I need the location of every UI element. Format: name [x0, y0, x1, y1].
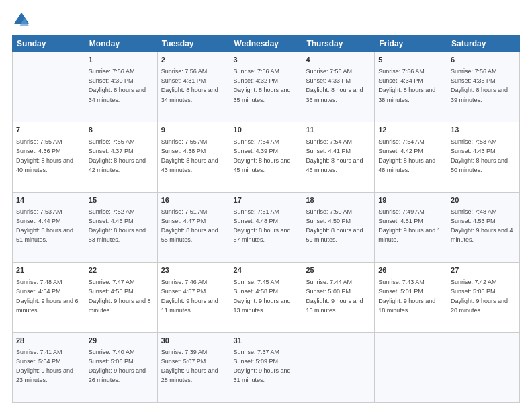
day-info: Sunrise: 7:44 AMSunset: 5:00 PMDaylight:… [306, 279, 363, 314]
day-cell [302, 332, 375, 402]
day-cell: 24Sunrise: 7:45 AMSunset: 4:58 PMDayligh… [230, 263, 302, 332]
day-number: 6 [451, 55, 516, 65]
week-row-3: 14Sunrise: 7:53 AMSunset: 4:44 PMDayligh… [13, 192, 520, 262]
day-cell: 19Sunrise: 7:49 AMSunset: 4:51 PMDayligh… [375, 192, 447, 262]
day-number: 22 [89, 265, 154, 275]
day-number: 7 [16, 125, 81, 135]
day-info: Sunrise: 7:56 AMSunset: 4:31 PMDaylight:… [161, 68, 218, 103]
day-cell: 29Sunrise: 7:40 AMSunset: 5:06 PMDayligh… [85, 332, 157, 402]
day-number: 24 [234, 265, 299, 275]
day-info: Sunrise: 7:56 AMSunset: 4:34 PMDaylight:… [378, 68, 435, 103]
day-cell: 2Sunrise: 7:56 AMSunset: 4:31 PMDaylight… [157, 52, 230, 122]
day-info: Sunrise: 7:37 AMSunset: 5:09 PMDaylight:… [234, 349, 291, 383]
day-info: Sunrise: 7:39 AMSunset: 5:07 PMDaylight:… [161, 349, 218, 383]
day-cell: 5Sunrise: 7:56 AMSunset: 4:34 PMDaylight… [375, 52, 447, 122]
day-info: Sunrise: 7:41 AMSunset: 5:04 PMDaylight:… [16, 349, 73, 383]
day-info: Sunrise: 7:45 AMSunset: 4:58 PMDaylight:… [234, 279, 291, 314]
day-cell: 30Sunrise: 7:39 AMSunset: 5:07 PMDayligh… [157, 332, 230, 402]
col-header-thursday: Thursday [302, 36, 375, 52]
day-number: 17 [234, 195, 299, 205]
day-info: Sunrise: 7:55 AMSunset: 4:36 PMDaylight:… [16, 138, 73, 173]
day-cell: 22Sunrise: 7:47 AMSunset: 4:55 PMDayligh… [85, 263, 157, 332]
day-cell: 31Sunrise: 7:37 AMSunset: 5:09 PMDayligh… [230, 332, 302, 402]
day-info: Sunrise: 7:48 AMSunset: 4:54 PMDaylight:… [16, 279, 79, 314]
day-cell [447, 332, 520, 402]
header-row: SundayMondayTuesdayWednesdayThursdayFrid… [13, 36, 520, 52]
week-row-2: 7Sunrise: 7:55 AMSunset: 4:36 PMDaylight… [13, 122, 520, 192]
day-number: 21 [16, 265, 81, 275]
day-number: 13 [451, 125, 516, 135]
day-number: 31 [234, 336, 299, 346]
day-number: 29 [89, 336, 154, 346]
header [12, 11, 520, 30]
day-info: Sunrise: 7:52 AMSunset: 4:46 PMDaylight:… [89, 208, 146, 243]
col-header-tuesday: Tuesday [157, 36, 230, 52]
day-number: 5 [378, 55, 443, 65]
day-cell: 11Sunrise: 7:54 AMSunset: 4:41 PMDayligh… [302, 122, 375, 192]
day-cell [13, 52, 85, 122]
day-info: Sunrise: 7:48 AMSunset: 4:53 PMDaylight:… [451, 208, 513, 243]
day-cell: 17Sunrise: 7:51 AMSunset: 4:48 PMDayligh… [230, 192, 302, 262]
day-cell: 21Sunrise: 7:48 AMSunset: 4:54 PMDayligh… [13, 263, 85, 332]
week-row-5: 28Sunrise: 7:41 AMSunset: 5:04 PMDayligh… [13, 332, 520, 402]
day-info: Sunrise: 7:55 AMSunset: 4:38 PMDaylight:… [161, 138, 218, 173]
day-info: Sunrise: 7:40 AMSunset: 5:06 PMDaylight:… [89, 349, 146, 383]
day-number: 20 [451, 195, 516, 205]
page: SundayMondayTuesdayWednesdayThursdayFrid… [0, 0, 532, 411]
day-number: 25 [306, 265, 371, 275]
day-cell: 6Sunrise: 7:56 AMSunset: 4:35 PMDaylight… [447, 52, 520, 122]
day-number: 9 [161, 125, 226, 135]
week-row-1: 1Sunrise: 7:56 AMSunset: 4:30 PMDaylight… [13, 52, 520, 122]
day-cell: 25Sunrise: 7:44 AMSunset: 5:00 PMDayligh… [302, 263, 375, 332]
day-number: 18 [306, 195, 371, 205]
col-header-monday: Monday [85, 36, 157, 52]
col-header-friday: Friday [375, 36, 447, 52]
day-info: Sunrise: 7:56 AMSunset: 4:35 PMDaylight:… [451, 68, 508, 103]
day-cell: 23Sunrise: 7:46 AMSunset: 4:57 PMDayligh… [157, 263, 230, 332]
col-header-wednesday: Wednesday [230, 36, 302, 52]
day-cell: 3Sunrise: 7:56 AMSunset: 4:32 PMDaylight… [230, 52, 302, 122]
day-cell: 18Sunrise: 7:50 AMSunset: 4:50 PMDayligh… [302, 192, 375, 262]
logo-icon [12, 11, 31, 30]
day-number: 30 [161, 336, 226, 346]
day-cell: 9Sunrise: 7:55 AMSunset: 4:38 PMDaylight… [157, 122, 230, 192]
day-info: Sunrise: 7:43 AMSunset: 5:01 PMDaylight:… [378, 279, 435, 314]
day-info: Sunrise: 7:46 AMSunset: 4:57 PMDaylight:… [161, 279, 218, 314]
day-number: 16 [161, 195, 226, 205]
day-info: Sunrise: 7:56 AMSunset: 4:32 PMDaylight:… [234, 68, 291, 103]
day-cell: 12Sunrise: 7:54 AMSunset: 4:42 PMDayligh… [375, 122, 447, 192]
day-number: 19 [378, 195, 443, 205]
day-number: 1 [89, 55, 154, 65]
day-number: 8 [89, 125, 154, 135]
day-info: Sunrise: 7:42 AMSunset: 5:03 PMDaylight:… [451, 279, 508, 314]
day-number: 26 [378, 265, 443, 275]
day-number: 4 [306, 55, 371, 65]
day-cell: 16Sunrise: 7:51 AMSunset: 4:47 PMDayligh… [157, 192, 230, 262]
day-info: Sunrise: 7:53 AMSunset: 4:44 PMDaylight:… [16, 208, 73, 243]
day-cell: 15Sunrise: 7:52 AMSunset: 4:46 PMDayligh… [85, 192, 157, 262]
day-number: 15 [89, 195, 154, 205]
day-number: 3 [234, 55, 299, 65]
day-info: Sunrise: 7:47 AMSunset: 4:55 PMDaylight:… [89, 279, 151, 314]
day-cell: 13Sunrise: 7:53 AMSunset: 4:43 PMDayligh… [447, 122, 520, 192]
day-number: 27 [451, 265, 516, 275]
day-cell: 27Sunrise: 7:42 AMSunset: 5:03 PMDayligh… [447, 263, 520, 332]
day-info: Sunrise: 7:54 AMSunset: 4:41 PMDaylight:… [306, 138, 363, 173]
day-number: 10 [234, 125, 299, 135]
day-info: Sunrise: 7:55 AMSunset: 4:37 PMDaylight:… [89, 138, 146, 173]
logo [12, 11, 34, 30]
day-info: Sunrise: 7:51 AMSunset: 4:48 PMDaylight:… [234, 208, 291, 243]
day-cell: 20Sunrise: 7:48 AMSunset: 4:53 PMDayligh… [447, 192, 520, 262]
calendar-table: SundayMondayTuesdayWednesdayThursdayFrid… [12, 35, 520, 403]
day-cell: 26Sunrise: 7:43 AMSunset: 5:01 PMDayligh… [375, 263, 447, 332]
day-cell: 8Sunrise: 7:55 AMSunset: 4:37 PMDaylight… [85, 122, 157, 192]
day-cell [375, 332, 447, 402]
col-header-sunday: Sunday [13, 36, 85, 52]
day-number: 28 [16, 336, 81, 346]
day-info: Sunrise: 7:54 AMSunset: 4:39 PMDaylight:… [234, 138, 291, 173]
day-cell: 14Sunrise: 7:53 AMSunset: 4:44 PMDayligh… [13, 192, 85, 262]
day-info: Sunrise: 7:51 AMSunset: 4:47 PMDaylight:… [161, 208, 218, 243]
col-header-saturday: Saturday [447, 36, 520, 52]
day-cell: 28Sunrise: 7:41 AMSunset: 5:04 PMDayligh… [13, 332, 85, 402]
day-info: Sunrise: 7:56 AMSunset: 4:33 PMDaylight:… [306, 68, 363, 103]
